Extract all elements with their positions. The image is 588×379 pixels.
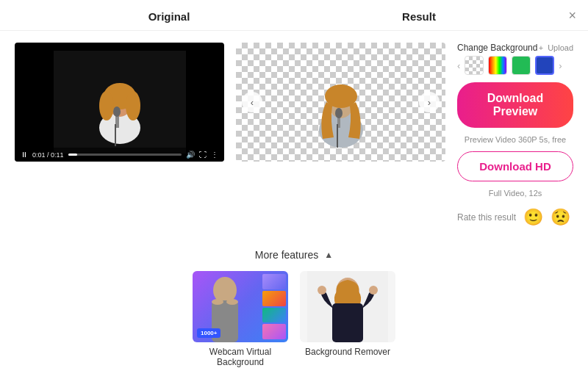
feature-webcam-image: 1000+	[193, 271, 288, 342]
feature-bg-remover-card[interactable]: Background Remover	[300, 271, 395, 367]
bg-remover-svg	[307, 271, 388, 342]
bg-option-blue[interactable]	[535, 56, 554, 75]
video-thumbnail	[15, 43, 224, 162]
bg-remover-label: Background Remover	[305, 347, 390, 357]
controls-panel: Change Background + Upload ‹ › Download …	[457, 43, 573, 227]
svg-point-22	[318, 286, 326, 295]
svg-point-4	[99, 91, 114, 120]
time-display: 0:01 / 0:11	[32, 151, 64, 159]
feature-bg-remover-image	[300, 271, 395, 342]
preview-info: Preview Video 360P 5s, free	[457, 135, 573, 144]
thumbs-down-icon[interactable]: 😟	[551, 208, 570, 227]
svg-point-7	[113, 107, 121, 117]
volume-icon[interactable]: 🔊	[186, 151, 195, 159]
progress-fill	[68, 154, 77, 156]
original-panel: ⏸ 0:01 / 0:11 🔊 ⛶ ⋮	[15, 43, 224, 227]
bg-option-checkered[interactable]	[465, 56, 484, 75]
pause-icon[interactable]: ⏸	[21, 151, 28, 159]
more-features-section: More features ▲	[0, 239, 588, 375]
bg-prev-arrow[interactable]: ‹	[457, 60, 460, 71]
close-button[interactable]: ×	[568, 9, 576, 22]
feature-webcam-card[interactable]: 1000+ Webcam Virtual Background	[193, 271, 288, 367]
more-features-label: More features	[255, 249, 318, 261]
progress-bar[interactable]	[68, 154, 182, 156]
bg-option-green[interactable]	[512, 56, 531, 75]
main-content: ⏸ 0:01 / 0:11 🔊 ⛶ ⋮	[0, 31, 588, 239]
svg-point-23	[369, 286, 378, 295]
thumbs-up-icon[interactable]: 🙂	[523, 208, 543, 227]
modal-header: Original Result ×	[0, 0, 588, 31]
change-bg-section: Change Background + Upload ‹ ›	[457, 43, 573, 75]
modal-container: Original Result ×	[0, 0, 588, 379]
footer-links: Face Cutout Cartoon Selfie Photo Coloriz…	[0, 375, 588, 379]
hd-info: Full Video, 12s	[457, 189, 573, 198]
download-hd-button[interactable]: Download HD	[457, 151, 573, 181]
svg-rect-21	[332, 303, 363, 342]
bg-option-rainbow[interactable]	[488, 56, 507, 75]
upload-plus-icon: +	[539, 43, 543, 52]
change-bg-label: Change Background	[457, 43, 537, 53]
more-features-arrow-icon: ▲	[324, 250, 333, 260]
svg-rect-14	[337, 124, 338, 148]
original-video-player: ⏸ 0:01 / 0:11 🔊 ⛶ ⋮	[15, 43, 224, 162]
rate-label: Rate this result	[457, 212, 516, 223]
result-nav-prev[interactable]: ‹	[242, 92, 262, 112]
svg-point-5	[126, 91, 140, 120]
bg-next-arrow[interactable]: ›	[559, 60, 562, 71]
result-label: Result	[265, 10, 573, 23]
more-options-icon[interactable]: ⋮	[211, 151, 218, 159]
bg-options-row: ‹ ›	[457, 56, 573, 75]
upload-label[interactable]: Upload	[548, 43, 573, 52]
result-singer-illustration	[275, 51, 407, 154]
result-panel: ‹ ›	[236, 43, 445, 227]
bg-remover-scene	[300, 271, 395, 342]
more-features-toggle[interactable]: More features ▲	[15, 249, 573, 261]
svg-point-13	[335, 108, 343, 118]
features-grid: 1000+ Webcam Virtual Background	[15, 271, 573, 367]
download-preview-button[interactable]: Download Preview	[457, 82, 573, 128]
svg-point-17	[212, 299, 223, 305]
fullscreen-icon[interactable]: ⛶	[199, 151, 207, 159]
svg-rect-8	[115, 124, 116, 146]
video-controls-bar: ⏸ 0:01 / 0:11 🔊 ⛶ ⋮	[15, 148, 224, 162]
svg-point-18	[226, 299, 238, 305]
original-singer-illustration	[54, 51, 186, 154]
webcam-badge: 1000+	[197, 328, 220, 338]
result-video-player: ‹ ›	[236, 43, 445, 162]
result-nav-next[interactable]: ›	[419, 92, 440, 112]
webcam-label: Webcam Virtual Background	[193, 347, 288, 367]
result-singer	[236, 43, 445, 162]
rate-section: Rate this result 🙂 😟	[457, 208, 573, 227]
